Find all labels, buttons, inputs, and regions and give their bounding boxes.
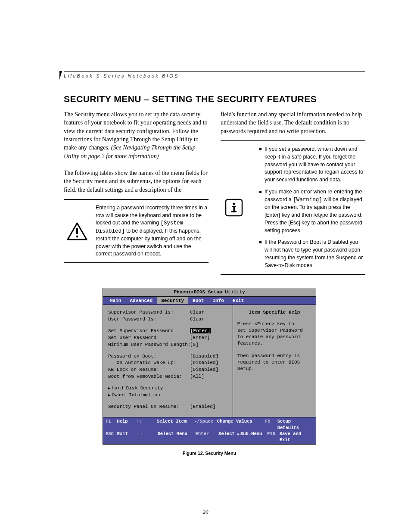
bios-title: PhoenixBIOS Setup Utility	[103, 288, 316, 297]
bios-field-value: [Disabled]	[190, 353, 218, 360]
page-number: 20	[0, 509, 411, 516]
bios-help-line: required to enter BIOS	[237, 359, 311, 366]
bios-field-row: Security Panel On Resume:[Enabled]	[108, 404, 229, 410]
bios-menu-item: Advanced	[125, 297, 157, 305]
footer-label-exit: Exit	[117, 431, 137, 443]
bios-help-line: features.	[237, 340, 311, 347]
bios-field-row: Supervisor Password Is:Clear	[108, 309, 229, 316]
bios-field-label: Boot from Removable Media:	[108, 373, 190, 380]
footer-label-select-menu: Select Menu	[158, 431, 196, 443]
intro-paragraph-2: The following tables show the names of t…	[64, 169, 209, 194]
bios-field-value: [Disabled]	[190, 360, 218, 366]
bios-field-row: Password on Boot:[Disabled]	[108, 353, 229, 360]
bios-help-line: to enable any password	[237, 334, 311, 340]
right-column: field's function and any special informa…	[221, 110, 365, 275]
bios-field-label: KB Lock on Resume:	[108, 367, 190, 373]
bios-field-row: Set User Password[Enter]	[108, 335, 229, 341]
info-icon	[224, 198, 243, 217]
running-header: LifeBook S Series Notebook BIOS	[64, 71, 365, 78]
footer-key-enter: Enter	[196, 431, 219, 443]
bios-field-value: [All]	[190, 373, 204, 380]
bios-field-row: On Automatic Wake up:[Disabled]	[108, 360, 229, 366]
bios-help-line	[237, 347, 311, 353]
bios-left-pane: Supervisor Password Is:ClearUser Passwor…	[103, 305, 233, 417]
footer-label-help: Help	[117, 418, 136, 430]
intro-paragraph-3: field's function and any special informa…	[221, 110, 365, 135]
footer-label-change-values: Change Values	[217, 418, 265, 430]
bios-field-row: Boot from Removable Media:[All]	[108, 373, 229, 380]
bios-field-row: KB Lock on Resume:[Disabled]	[108, 367, 229, 373]
footer-key-f10: F10	[267, 431, 280, 443]
svg-rect-6	[234, 206, 235, 212]
bios-field-value: [Enter]	[190, 328, 211, 334]
bios-field-row: Owner Information	[108, 392, 229, 398]
bios-menu-item: Exit	[228, 297, 248, 305]
bios-menu-item: Security	[157, 297, 188, 305]
bios-field-row: Set Supervisor Password[Enter]	[108, 328, 229, 334]
bios-field-value: [Disabled]	[190, 367, 218, 373]
info-b2-code: [Warning]	[293, 197, 322, 203]
footer-label-select-submenu: Select Sub-Menu	[218, 431, 267, 443]
bios-figure: PhoenixBIOS Setup Utility MainAdvancedSe…	[103, 288, 316, 456]
svg-rect-1	[76, 228, 78, 234]
footer-label-select-item: Select Item	[157, 418, 194, 430]
bios-field-value: [Enabled]	[190, 404, 215, 410]
warning-text-a: Entering a password incorrectly three ti…	[96, 205, 207, 226]
bios-field-value: Clear	[190, 309, 204, 316]
footer-key-space: -/Space	[194, 418, 217, 430]
info-bullet-2: If you make an error when re-entering th…	[259, 188, 365, 234]
bios-field-label: On Automatic Wake up:	[108, 360, 190, 366]
bios-field-label: Hard Disk Security	[108, 385, 190, 392]
bios-field-row: Hard Disk Security	[108, 385, 229, 392]
footer-label-setup-defaults: Setup Defaults	[277, 418, 313, 430]
bios-help-title: Item Specific Help	[237, 309, 311, 316]
svg-point-4	[233, 202, 235, 205]
info-bullet-list: If you set a password, write it down and…	[252, 146, 365, 270]
bios-screen: PhoenixBIOS Setup Utility MainAdvancedSe…	[103, 288, 316, 445]
bios-field-value: [0]	[190, 342, 199, 348]
intro-paragraph-1: The Security menu allows you to set up t…	[64, 110, 209, 160]
bios-field-label: Security Panel On Resume:	[108, 404, 190, 410]
footer-key-f1: F1	[106, 418, 117, 430]
bios-field-label: Set Supervisor Password	[108, 328, 190, 334]
bios-menu-item: Info	[208, 297, 228, 305]
bios-help-pane: Item Specific Help Press <Enter> key tos…	[233, 305, 316, 417]
bios-footer: F1 Help ↑↓ Select Item -/Space Change Va…	[103, 417, 316, 444]
svg-point-2	[76, 235, 78, 237]
bios-menu-bar: MainAdvancedSecurityBootInfoExit	[103, 297, 316, 305]
bios-field-label: Supervisor Password Is:	[108, 309, 190, 316]
bios-field-label: Set User Password	[108, 335, 190, 341]
footer-key-esc: ESC	[106, 431, 117, 443]
bios-field-value: [Enter]	[190, 335, 210, 341]
footer-key-updown: ↑↓	[137, 418, 157, 430]
bios-field-row: User Password Is:Clear	[108, 316, 229, 323]
svg-rect-7	[231, 211, 237, 212]
footer-label-save-exit: Save and Exit	[280, 431, 313, 443]
info-note-box: If you set a password, write it down and…	[221, 140, 365, 275]
info-bullet-1: If you set a password, write it down and…	[259, 146, 365, 184]
bios-help-line: Then password entry is	[237, 353, 311, 359]
bios-help-text: Press <Enter> key toset Supervisor Passw…	[237, 321, 311, 372]
footer-key-f9: F9	[265, 418, 277, 430]
left-column: The Security menu allows you to set up t…	[64, 110, 209, 275]
bios-help-line: set Supervisor Password	[237, 327, 311, 334]
warning-text: Entering a password incorrectly three ti…	[96, 204, 209, 258]
bios-field-label: Owner Information	[108, 392, 190, 398]
bios-field-label: Password on Boot:	[108, 353, 190, 360]
page-title: SECURITY MENU – SETTING THE SECURITY FEA…	[64, 94, 365, 104]
bios-help-line: Press <Enter> key to	[237, 321, 311, 327]
bios-field-label: Minimum User Password Length:	[108, 342, 190, 348]
bios-menu-item: Main	[106, 297, 125, 305]
bios-field-value: Clear	[190, 316, 204, 323]
bios-menu-item: Boot	[188, 297, 208, 305]
bios-help-line: Setup.	[237, 366, 311, 372]
bios-field-label: User Password Is:	[108, 316, 190, 323]
footer-key-leftright: ←→	[137, 431, 158, 443]
bios-field-row: Minimum User Password Length:[0]	[108, 342, 229, 348]
warning-icon	[67, 222, 87, 240]
warning-note-box: Entering a password incorrectly three ti…	[64, 199, 209, 263]
info-bullet-3: If the Password on Boot is Disabled you …	[259, 239, 365, 269]
figure-caption: Figure 12. Security Menu	[103, 451, 316, 456]
